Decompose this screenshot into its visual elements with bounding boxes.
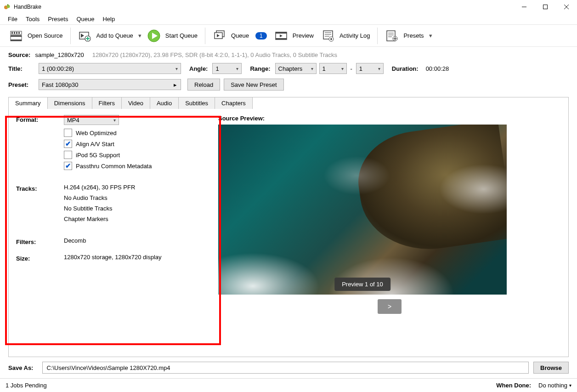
preview-panel: Source Preview: Preview 1 of 10 > [218, 115, 561, 353]
menu-file[interactable]: File [4, 14, 22, 24]
when-done-select[interactable]: Do nothing▾ [538, 382, 571, 389]
tab-container: Summary Dimensions Filters Video Audio S… [8, 97, 569, 357]
menu-queue[interactable]: Queue [72, 14, 98, 24]
film-icon [9, 29, 23, 43]
presets-dropdown[interactable]: ▾ [428, 32, 434, 39]
preview-button[interactable]: Preview [271, 27, 317, 45]
save-as-label: Save As: [8, 364, 33, 371]
maximize-button[interactable] [535, 0, 556, 14]
menu-presets[interactable]: Presets [44, 14, 72, 24]
queue-button[interactable]: Queue 1 [209, 27, 271, 45]
track-chapters: Chapter Markers [64, 216, 218, 222]
source-name: sample_1280x720 [35, 51, 84, 58]
status-jobs: 1 Jobs Pending [6, 382, 496, 389]
ipod-label: iPod 5G Support [76, 152, 120, 159]
add-to-queue-button[interactable]: Add to Queue [74, 27, 137, 45]
add-to-queue-dropdown[interactable]: ▾ [137, 32, 143, 39]
add-to-queue-label: Add to Queue [96, 32, 133, 39]
tab-audio[interactable]: Audio [150, 97, 179, 109]
tracks-label: Tracks: [16, 184, 64, 226]
duration-value: 00:00:28 [426, 65, 449, 72]
minimize-button[interactable] [514, 0, 535, 14]
filters-label: Filters: [16, 237, 64, 245]
tab-filters[interactable]: Filters [92, 97, 122, 109]
web-optimized-checkbox[interactable] [64, 129, 72, 137]
track-audio: No Audio Tracks [64, 194, 218, 201]
svg-rect-14 [11, 40, 22, 41]
preview-label: Preview [293, 32, 314, 39]
presets-label: Presets [403, 32, 424, 39]
save-new-preset-button[interactable]: Save New Preset [224, 79, 283, 91]
tab-subtitles[interactable]: Subtitles [178, 97, 215, 109]
menu-tools[interactable]: Tools [22, 14, 44, 24]
queue-count-badge: 1 [255, 32, 267, 40]
track-subs: No Subtitle Tracks [64, 205, 218, 212]
passthru-label: Passthru Common Metadata [76, 163, 152, 170]
tab-video[interactable]: Video [121, 97, 150, 109]
title-select[interactable]: 1 (00:00:28)▾ [39, 63, 181, 74]
range-mode-select[interactable]: Chapters▾ [275, 63, 317, 74]
toolbar-separator [205, 28, 205, 44]
svg-marker-16 [81, 34, 84, 38]
align-av-label: Align A/V Start [76, 141, 114, 148]
save-path-input[interactable] [42, 362, 529, 374]
preset-select[interactable]: Fast 1080p30▸ [39, 79, 181, 90]
tab-dimensions[interactable]: Dimensions [47, 97, 92, 109]
close-button[interactable] [556, 0, 577, 14]
svg-rect-11 [18, 32, 20, 34]
range-dash: - [351, 65, 352, 72]
track-video: H.264 (x264), 30 FPS PFR [64, 184, 218, 191]
toolbar-separator [377, 28, 378, 44]
tab-summary[interactable]: Summary [8, 97, 48, 109]
start-queue-label: Start Queue [165, 32, 198, 39]
reload-button[interactable]: Reload [187, 79, 220, 91]
preview-title: Source Preview: [218, 115, 561, 122]
ipod-checkbox[interactable] [64, 151, 72, 159]
svg-rect-27 [276, 38, 287, 40]
duration-label: Duration: [392, 65, 419, 72]
tab-chapters[interactable]: Chapters [215, 97, 253, 109]
activity-log-button[interactable]: Activity Log [317, 27, 373, 45]
title-label: Title: [8, 65, 34, 72]
source-details: 1280x720 (1280x720), 23.98 FPS, SDR (8-b… [92, 51, 337, 58]
when-done-label: When Done: [496, 382, 531, 389]
toolbar-separator [70, 28, 71, 44]
menubar: File Tools Presets Queue Help [0, 14, 577, 25]
summary-panel: Format: MP4▾ Web Optimized ✔Align A/V St… [16, 115, 218, 353]
svg-rect-9 [14, 32, 15, 34]
source-row: Source: sample_1280x720 1280x720 (1280x7… [8, 51, 569, 58]
svg-point-34 [330, 38, 332, 40]
range-label: Range: [250, 65, 270, 72]
presets-icon [385, 29, 399, 43]
play-icon [147, 29, 161, 43]
preview-image: Preview 1 of 10 [218, 125, 507, 295]
range-to-select[interactable]: 1▾ [356, 63, 384, 74]
filters-value: Decomb [64, 237, 86, 244]
tabs-strip: Summary Dimensions Filters Video Audio S… [8, 97, 568, 109]
toolbar: Open Source Add to Queue ▾ Start Queue Q… [0, 25, 577, 47]
app-icon [4, 3, 11, 11]
angle-select[interactable]: 1▾ [212, 63, 242, 74]
open-source-button[interactable]: Open Source [6, 27, 67, 45]
titlebar: HandBrake [0, 0, 577, 14]
start-queue-button[interactable]: Start Queue [143, 27, 201, 45]
browse-button[interactable]: Browse [533, 362, 569, 374]
menu-help[interactable]: Help [98, 14, 119, 24]
save-row: Save As: Browse [0, 357, 577, 378]
svg-rect-13 [11, 35, 22, 37]
preview-icon [274, 29, 288, 43]
passthru-checkbox[interactable]: ✔ [64, 162, 72, 170]
svg-marker-28 [280, 34, 283, 37]
activity-log-icon [321, 29, 335, 43]
title-row: Title: 1 (00:00:28)▾ Angle: 1▾ Range: Ch… [8, 63, 569, 74]
preview-next-button[interactable]: > [378, 299, 402, 314]
presets-button[interactable]: Presets [381, 27, 427, 45]
align-av-checkbox[interactable]: ✔ [64, 140, 72, 148]
activity-log-label: Activity Log [339, 32, 370, 39]
format-select[interactable]: MP4▾ [64, 115, 119, 125]
add-queue-icon [78, 29, 92, 43]
range-from-select[interactable]: 1▾ [319, 63, 347, 74]
format-label: Format: [16, 115, 64, 173]
web-optimized-label: Web Optimized [76, 130, 117, 136]
preview-badge: Preview 1 of 10 [334, 278, 390, 291]
